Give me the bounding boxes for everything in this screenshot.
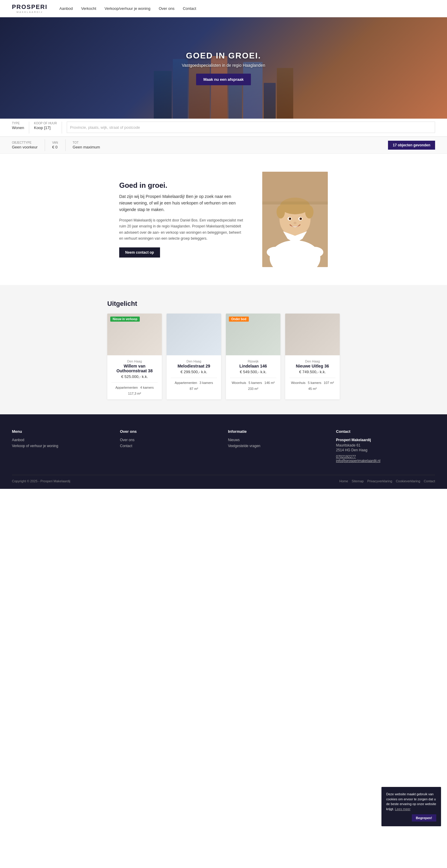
- property-details-2: Appartementen 3 kamers 87 m²: [171, 378, 217, 391]
- property-details-3: Woonhuis 5 kamers 146 m² 233 m²: [230, 378, 276, 391]
- featured-section: Uitgelicht Nieuw in verkoop Den Haag Wil…: [0, 285, 447, 414]
- property-badge-1: Nieuw in verkoop: [110, 316, 140, 321]
- property-size-1: 117,3 m²: [128, 392, 141, 395]
- property-card-3[interactable]: Onder bod Rijswijk Lindelaan 146 € 549.5…: [226, 314, 280, 399]
- property-name-4: Nieuwe Uitleg 36: [289, 364, 336, 368]
- main-nav: Aanbod Verkocht Verkoop/verhuur je wonin…: [59, 6, 196, 11]
- footer-address2: 2514 HG Den Haag: [336, 448, 435, 452]
- search-tot-label: Tot: [73, 141, 100, 144]
- footer-bottom-cookie[interactable]: Cookieverklaring: [396, 479, 420, 483]
- search-location-placeholder: Provincie, plaats, wijk, straat of postc…: [70, 125, 140, 130]
- search-type-value: Wonen: [12, 125, 24, 130]
- about-body: Prosperi Makelaardij is opgericht door D…: [119, 217, 244, 242]
- featured-grid: Nieuw in verkoop Den Haag Willem van Out…: [107, 314, 340, 399]
- property-plot-3: 233 m²: [248, 387, 258, 391]
- footer-link-aanbod[interactable]: Aanbod: [12, 438, 111, 442]
- footer-bottom-links: Home Sitemap Privacyverklaring Cookiever…: [340, 479, 435, 483]
- footer-bottom-sitemap[interactable]: Sitemap: [352, 479, 363, 483]
- search-type-field[interactable]: Type Wonen: [12, 122, 24, 130]
- property-info-1: Den Haag Willem van Outhoornstraat 38 € …: [107, 355, 162, 399]
- property-badge-3: Onder bod: [229, 316, 249, 321]
- footer-link-contact[interactable]: Contact: [120, 444, 219, 448]
- featured-title: Uitgelicht: [107, 300, 340, 308]
- property-rooms-2: 3 kamers: [199, 381, 213, 384]
- property-info-2: Den Haag Melodiestraat 29 € 299.500,- k.…: [167, 355, 221, 395]
- property-rooms-3: 5 kamers: [249, 381, 262, 384]
- search-koop-field[interactable]: Koop of huur Koop [17]: [34, 122, 57, 130]
- svg-point-12: [301, 218, 301, 219]
- nav-verkoop[interactable]: Verkoop/verhuur je woning: [105, 6, 151, 11]
- property-city-1: Den Haag: [111, 360, 158, 363]
- footer-link-over-ons[interactable]: Over ons: [120, 438, 219, 442]
- property-img-2: [167, 314, 221, 355]
- nav-contact[interactable]: Contact: [183, 6, 196, 11]
- footer-bottom: Copyright © 2025 - Prosperi Makelaardij …: [12, 475, 435, 483]
- hero-content: GOED IN GROEI. Vastgoedspecialisten in d…: [182, 51, 265, 85]
- property-city-4: Den Haag: [289, 360, 336, 363]
- svg-point-5: [277, 206, 285, 218]
- property-img-4: [285, 314, 340, 355]
- property-size-3: 146 m²: [264, 381, 275, 384]
- search-tot-field[interactable]: Tot Geen maximum: [73, 141, 100, 149]
- footer-col-over-ons: Over ons Over ons Contact: [120, 429, 219, 463]
- search-van-value: € 0: [52, 145, 58, 149]
- property-name-2: Melodiestraat 29: [171, 364, 217, 368]
- property-name-3: Lindelaan 146: [230, 364, 276, 368]
- search-location-input[interactable]: Provincie, plaats, wijk, straat of postc…: [67, 122, 435, 133]
- footer-bottom-home[interactable]: Home: [340, 479, 348, 483]
- hero-section: GOED IN GROEI. Vastgoedspecialisten in d…: [0, 17, 447, 119]
- search-objecttype-field[interactable]: Objecttype Geen voorkeur: [12, 141, 37, 149]
- search-van-label: Van: [52, 141, 58, 144]
- svg-point-13: [293, 222, 296, 224]
- property-card-1[interactable]: Nieuw in verkoop Den Haag Willem van Out…: [107, 314, 162, 399]
- search-results-button[interactable]: 17 objecten gevonden: [388, 141, 435, 150]
- footer-col-contact: Contact Prosperi Makelaardij Mauritskade…: [336, 429, 435, 463]
- footer-contact-title: Contact: [336, 429, 435, 434]
- footer-menu-title: Menu: [12, 429, 111, 434]
- property-card-4[interactable]: Den Haag Nieuwe Uitleg 36 € 749.500,- k.…: [285, 314, 340, 399]
- contact-button[interactable]: Neem contact op: [119, 247, 160, 257]
- footer-link-faq[interactable]: Veelgestelde vragen: [228, 444, 327, 448]
- building-7: [264, 83, 276, 119]
- footer-company-name: Prosperi Makelaardij: [336, 438, 435, 442]
- nav-verkocht[interactable]: Verkocht: [81, 6, 96, 11]
- footer-col-informatie: Informatie Nieuws Veelgestelde vragen: [228, 429, 327, 463]
- search-bar: Type Wonen Koop of huur Koop [17] Provin…: [0, 119, 447, 137]
- footer-phone[interactable]: 0702192277: [336, 455, 435, 459]
- property-rooms-4: 5 kamers: [308, 381, 321, 384]
- search-type-label: Type: [12, 122, 24, 125]
- footer-bottom-privacy[interactable]: Privacyverklaring: [367, 479, 392, 483]
- svg-point-11: [290, 218, 291, 219]
- footer-link-verkoop[interactable]: Verkoop of verhuur je woning: [12, 444, 111, 448]
- footer-copyright: Copyright © 2025 - Prosperi Makelaardij: [12, 479, 70, 483]
- footer-link-nieuws[interactable]: Nieuws: [228, 438, 327, 442]
- logo-name: PROSPERI: [12, 4, 47, 10]
- hero-title: GOED IN GROEI.: [182, 51, 265, 61]
- logo-tagline: MAKELAARDIJ: [12, 11, 47, 13]
- divider-4: [65, 139, 66, 151]
- footer-informatie-title: Informatie: [228, 429, 327, 434]
- property-price-3: € 549.500,- k.k.: [230, 370, 276, 374]
- footer-grid: Menu Aanbod Verkoop of verhuur je woning…: [12, 429, 435, 463]
- property-card-2[interactable]: Den Haag Melodiestraat 29 € 299.500,- k.…: [167, 314, 221, 399]
- divider-2: [62, 122, 62, 133]
- property-plot-4: 45 m²: [308, 387, 317, 391]
- hero-cta-button[interactable]: Maak nu een afspraak: [196, 73, 251, 85]
- property-details-4: Woonhuis 5 kamers 107 m² 45 m²: [289, 378, 336, 391]
- divider-1: [29, 122, 29, 133]
- search-van-field[interactable]: Van € 0: [52, 141, 58, 149]
- search-objecttype-label: Objecttype: [12, 141, 37, 144]
- about-person-image: [262, 172, 328, 267]
- logo[interactable]: PROSPERI MAKELAARDIJ: [12, 4, 47, 13]
- footer-email[interactable]: info@prosperimakelaardij.nl: [336, 459, 435, 463]
- property-rooms-1: 4 kamers: [140, 386, 154, 389]
- property-price-1: € 525.000,- k.k.: [111, 374, 158, 379]
- about-section: Goed in groei. Dat zijn wij bij Prosperi…: [0, 154, 447, 285]
- svg-point-15: [306, 247, 323, 257]
- nav-aanbod[interactable]: Aanbod: [59, 6, 73, 11]
- property-size-2: 87 m²: [190, 387, 198, 391]
- header: PROSPERI MAKELAARDIJ Aanbod Verkocht Ver…: [0, 0, 447, 17]
- footer-bottom-contact[interactable]: Contact: [424, 479, 435, 483]
- property-type-1: Appartementen: [115, 386, 138, 389]
- nav-over-ons[interactable]: Over ons: [159, 6, 174, 11]
